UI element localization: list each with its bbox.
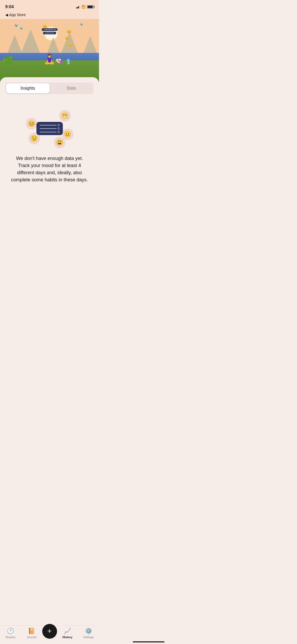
insights-tab[interactable]: Insights <box>6 83 50 93</box>
segment-control: Insights Stats <box>5 82 94 94</box>
battery-icon <box>87 5 94 8</box>
empty-state: 😁 😊 😟 😐 😩 We don't <box>5 102 94 189</box>
nav-back[interactable]: ◀ App Store <box>0 12 99 19</box>
empty-message: We don't have enough data yet. Track you… <box>11 155 88 183</box>
emoji-smile: 😊 <box>26 118 37 130</box>
back-label: App Store <box>9 13 26 17</box>
hero-illustration: 🐦 🐦 🐦 🌿 🌿 😊 😊 😊 😊 🧘‍♀️ 👒 🩴 <box>0 19 99 82</box>
chat-card-illustration <box>36 122 63 135</box>
plant-large: 🌿 <box>5 56 14 64</box>
hero-emoji-4: 😊 <box>68 43 72 47</box>
hero-emoji-1: 😊 <box>43 24 47 29</box>
hero-chat-bubbles <box>42 28 58 35</box>
status-bar: 9:04 📶 <box>0 0 99 12</box>
empty-illustration: 😁 😊 😟 😐 😩 <box>23 107 76 150</box>
bird-icon-2: 🐦 <box>20 27 23 30</box>
sandals-illustration: 🩴 <box>65 59 71 65</box>
emoji-worried: 😩 <box>54 137 65 148</box>
signal-icon <box>76 5 80 8</box>
hero-emoji-2: 😊 <box>67 30 71 34</box>
emoji-happy-large: 😁 <box>59 110 71 122</box>
person-illustration: 🧘‍♀️ <box>44 54 55 65</box>
main-content: Insights Stats 😁 😊 😟 😐 😩 <box>0 77 99 228</box>
back-arrow-icon: ◀ <box>5 13 8 17</box>
bird-icon-3: 🐦 <box>80 23 83 26</box>
stats-tab[interactable]: Stats <box>50 83 93 93</box>
status-icons: 📶 <box>76 5 94 9</box>
status-time: 9:04 <box>5 4 14 9</box>
hero-emoji-3: 😊 <box>65 36 69 40</box>
bird-icon-1: 🐦 <box>15 24 18 27</box>
hat-illustration: 👒 <box>55 57 63 65</box>
wifi-icon: 📶 <box>82 5 86 9</box>
